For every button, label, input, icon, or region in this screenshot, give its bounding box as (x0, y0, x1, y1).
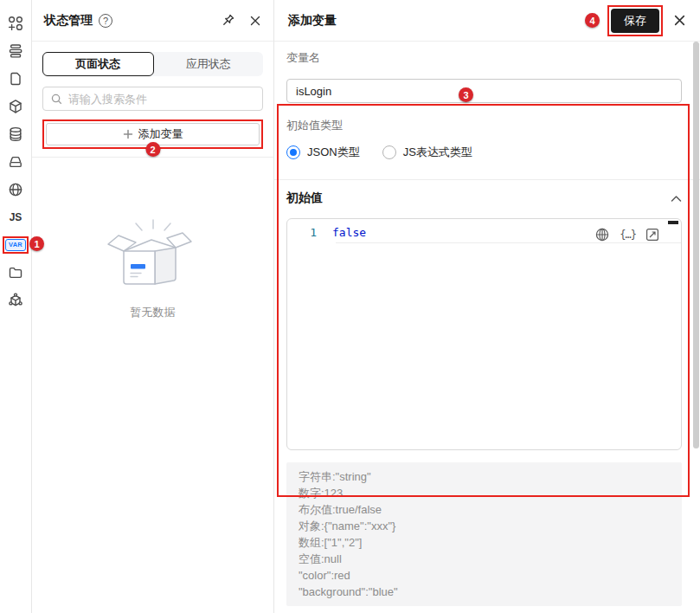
state-panel-title: 状态管理 (44, 13, 93, 29)
radio-selected-icon (286, 145, 300, 159)
format-braces-icon[interactable]: {…} (620, 229, 636, 241)
variable-name-input[interactable] (286, 79, 682, 103)
outline-tree-icon (7, 42, 24, 60)
tab-page-state[interactable]: 页面状态 (42, 52, 154, 76)
editor-scroll-marker (668, 221, 678, 224)
add-variable-form: 3 变量名 初始值类型 JSON类型 JS表达式类型 初始值 (274, 42, 700, 613)
radio-json-label: JSON类型 (307, 145, 360, 160)
hint-line: 数字:123 (299, 485, 670, 501)
add-variable-title: 添加变量 (288, 13, 337, 29)
sidebar-item-page-folder[interactable] (0, 259, 31, 287)
annotation-badge-1: 1 (29, 236, 44, 251)
type-radio-group: JSON类型 JS表达式类型 (286, 145, 682, 160)
radio-json-type[interactable]: JSON类型 (286, 145, 360, 160)
help-icon[interactable]: ? (99, 14, 112, 28)
chevron-up-icon[interactable] (671, 195, 682, 203)
sidebar-item-page[interactable] (0, 65, 31, 93)
sidebar-item-datasource[interactable] (0, 120, 31, 148)
divider (274, 179, 700, 180)
state-management-panel: 状态管理 ? 页面状态 应用状态 (32, 0, 274, 613)
initial-value-section-header: 初始值 (286, 190, 682, 206)
current-line-border (336, 242, 681, 243)
hint-line: 字符串:"string" (299, 468, 670, 485)
radio-js-label: JS表达式类型 (403, 145, 472, 160)
annotation-rect-1: VAR (5, 239, 26, 251)
activity-bar: JS VAR 1 (0, 0, 32, 613)
annotation-badge-4: 4 (585, 13, 600, 28)
initial-type-label: 初始值类型 (286, 118, 682, 133)
empty-state: 暂无数据 (32, 211, 273, 320)
block-cube-icon (7, 98, 24, 115)
annotation-rect-4: 保存 (607, 5, 663, 36)
sidebar-item-bridge[interactable] (0, 148, 31, 176)
editor-toolbar: {…} (594, 227, 659, 242)
hint-line: "color":red (299, 567, 670, 584)
search-icon (50, 93, 63, 106)
materials-icon (7, 15, 24, 32)
pin-icon[interactable] (221, 13, 235, 28)
globe-source-icon[interactable] (594, 227, 610, 242)
close-panel (673, 14, 686, 27)
empty-box-illustration (101, 211, 205, 294)
app-root: JS VAR 1 状态管理 ? (0, 0, 700, 613)
page-icon (7, 70, 24, 87)
panel-scrollbar[interactable] (693, 42, 699, 448)
bridge-box-icon (7, 153, 24, 171)
sidebar-item-block[interactable] (0, 93, 31, 120)
hint-line: 布尔值:true/false (299, 501, 670, 518)
folder-icon (7, 264, 24, 281)
annotation-badge-3: 3 (459, 87, 473, 102)
hint-line: 空值:null (299, 551, 670, 567)
collapse-section (671, 195, 682, 203)
js-icon: JS (10, 211, 22, 223)
annotation-badge-2: 2 (145, 142, 160, 157)
state-panel-header: 状态管理 ? (32, 0, 273, 42)
sidebar-item-schema[interactable] (0, 287, 31, 314)
variable-name-label: 变量名 (286, 50, 682, 66)
sidebar-item-variable[interactable]: VAR 1 (0, 231, 31, 259)
search-box (42, 87, 263, 111)
save-button[interactable]: 保存 (611, 9, 659, 33)
sidebar-item-js[interactable]: JS (0, 203, 31, 231)
divider (32, 157, 273, 158)
initial-value-label: 初始值 (286, 190, 323, 206)
database-icon (7, 126, 24, 143)
line-number: 1 (287, 225, 332, 241)
empty-state-text: 暂无数据 (131, 305, 176, 320)
initial-value-code-editor[interactable]: 1 false {…} (286, 218, 682, 450)
add-variable-label: 添加变量 (138, 126, 183, 142)
state-tabs: 页面状态 应用状态 (42, 52, 263, 76)
plus-icon (123, 129, 133, 139)
annotation-rect-2: 添加变量 2 (42, 119, 263, 149)
expand-fullscreen-icon[interactable] (645, 228, 659, 242)
close-icon[interactable] (249, 15, 261, 27)
radio-js-expression-type[interactable]: JS表达式类型 (382, 145, 472, 160)
hint-line: "background":"blue" (299, 584, 670, 600)
globe-icon (7, 181, 24, 198)
sidebar-item-materials[interactable] (0, 10, 31, 37)
close-icon[interactable] (673, 14, 686, 27)
value-type-hints: 字符串:"string" 数字:123 布尔值:true/false 对象:{"… (286, 462, 682, 606)
schema-cube-icon (7, 292, 24, 309)
variable-var-icon: VAR (5, 239, 26, 251)
code-text: false (332, 225, 366, 241)
tab-app-state[interactable]: 应用状态 (154, 52, 264, 76)
radio-unselected-icon (382, 145, 396, 159)
add-variable-header: 添加变量 4 保存 (274, 0, 700, 42)
sidebar-item-outline-tree[interactable] (0, 37, 31, 65)
hint-line: 对象:{"name":"xxx"} (299, 518, 670, 534)
sidebar-item-i18n[interactable] (0, 176, 31, 203)
hint-line: 数组:["1","2"] (299, 534, 670, 551)
search-input[interactable] (68, 93, 255, 106)
add-variable-panel: 添加变量 4 保存 3 变量名 初始值类型 JSON类型 (274, 0, 700, 613)
